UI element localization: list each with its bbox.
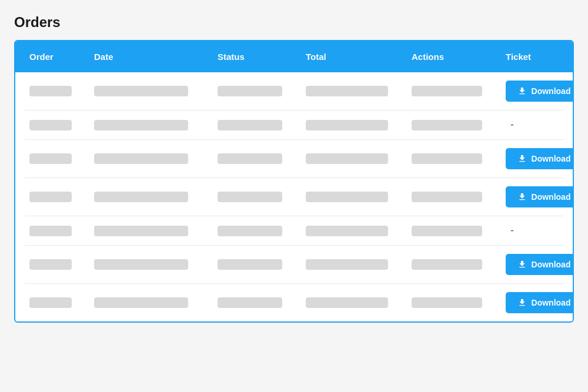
download-button[interactable]: Download <box>506 254 574 275</box>
download-button[interactable]: Download <box>506 148 574 169</box>
download-icon <box>517 192 527 202</box>
page-title: Orders <box>14 14 574 31</box>
ticket-cell: Download <box>506 186 574 207</box>
status-skeleton <box>218 120 282 130</box>
date-skeleton <box>94 153 188 164</box>
actions-skeleton <box>412 120 482 130</box>
order-skeleton <box>29 259 72 270</box>
total-skeleton <box>306 86 388 96</box>
download-icon <box>517 298 527 307</box>
no-ticket-dash: - <box>506 225 514 237</box>
date-skeleton <box>94 259 188 270</box>
ticket-cell: Download <box>506 254 574 275</box>
actions-skeleton <box>412 297 482 308</box>
actions-skeleton <box>412 226 482 236</box>
download-button[interactable]: Download <box>506 292 574 313</box>
table-body: Download - <box>15 72 573 321</box>
download-button[interactable]: Download <box>506 186 574 207</box>
no-ticket-dash: - <box>506 119 514 131</box>
ticket-cell: - <box>506 119 574 131</box>
download-icon <box>517 86 527 96</box>
total-skeleton <box>306 192 388 202</box>
col-header-date: Date <box>89 41 213 72</box>
status-skeleton <box>218 153 282 164</box>
ticket-cell: - <box>506 225 574 237</box>
col-header-total: Total <box>301 41 407 72</box>
table-row: Download <box>25 72 563 110</box>
order-skeleton <box>29 86 72 96</box>
actions-skeleton <box>412 259 482 270</box>
col-header-actions: Actions <box>407 41 501 72</box>
table-row: Download <box>25 178 563 216</box>
status-skeleton <box>218 192 282 202</box>
order-skeleton <box>29 120 72 130</box>
date-skeleton <box>94 192 188 202</box>
table-row: - <box>25 216 563 246</box>
table-row: Download <box>25 284 563 321</box>
total-skeleton <box>306 226 388 236</box>
order-skeleton <box>29 153 72 164</box>
date-skeleton <box>94 226 188 236</box>
download-icon <box>517 260 527 269</box>
date-skeleton <box>94 86 188 96</box>
table-row: Download <box>25 246 563 284</box>
status-skeleton <box>218 86 282 96</box>
actions-skeleton <box>412 192 482 202</box>
table-row: Download <box>25 140 563 178</box>
table-header: Order Date Status Total Actions Ticket <box>15 41 573 72</box>
status-skeleton <box>218 226 282 236</box>
total-skeleton <box>306 120 388 130</box>
col-header-status: Status <box>213 41 301 72</box>
ticket-cell: Download <box>506 148 574 169</box>
ticket-cell: Download <box>506 81 574 102</box>
table-row: - <box>25 110 563 140</box>
date-skeleton <box>94 120 188 130</box>
col-header-order: Order <box>25 41 89 72</box>
col-header-ticket: Ticket <box>501 41 574 72</box>
actions-skeleton <box>412 153 482 164</box>
actions-skeleton <box>412 86 482 96</box>
status-skeleton <box>218 297 282 308</box>
order-skeleton <box>29 192 72 202</box>
date-skeleton <box>94 297 188 308</box>
total-skeleton <box>306 297 388 308</box>
ticket-cell: Download <box>506 292 574 313</box>
order-skeleton <box>29 226 72 236</box>
total-skeleton <box>306 259 388 270</box>
download-button[interactable]: Download <box>506 81 574 102</box>
status-skeleton <box>218 259 282 270</box>
total-skeleton <box>306 153 388 164</box>
orders-table: Order Date Status Total Actions Ticket D… <box>14 40 574 323</box>
download-icon <box>517 154 527 163</box>
order-skeleton <box>29 297 72 308</box>
